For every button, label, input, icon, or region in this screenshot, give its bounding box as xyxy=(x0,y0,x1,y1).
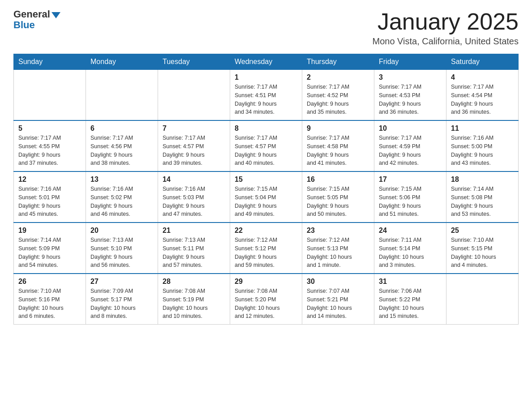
weekday-header: Wednesday xyxy=(230,54,302,70)
day-info: Sunrise: 7:11 AM Sunset: 5:14 PM Dayligh… xyxy=(379,236,442,270)
calendar-cell: 24Sunrise: 7:11 AM Sunset: 5:14 PM Dayli… xyxy=(374,223,446,274)
weekday-header: Monday xyxy=(86,54,158,70)
day-info: Sunrise: 7:09 AM Sunset: 5:17 PM Dayligh… xyxy=(90,287,153,321)
day-number: 19 xyxy=(18,227,81,235)
day-info: Sunrise: 7:17 AM Sunset: 4:58 PM Dayligh… xyxy=(307,134,369,167)
day-number: 15 xyxy=(235,176,297,184)
day-info: Sunrise: 7:16 AM Sunset: 5:02 PM Dayligh… xyxy=(90,185,153,218)
calendar-week-row: 5Sunrise: 7:17 AM Sunset: 4:55 PM Daylig… xyxy=(14,120,519,171)
calendar-header-row: SundayMondayTuesdayWednesdayThursdayFrid… xyxy=(14,54,519,70)
page-header: General Blue January 2025 Mono Vista, Ca… xyxy=(13,9,519,47)
day-number: 9 xyxy=(307,124,369,133)
day-info: Sunrise: 7:12 AM Sunset: 5:13 PM Dayligh… xyxy=(307,236,369,270)
day-number: 21 xyxy=(163,227,225,235)
calendar-subtitle: Mono Vista, California, United States xyxy=(373,36,519,47)
day-number: 7 xyxy=(163,124,225,133)
calendar-cell: 28Sunrise: 7:08 AM Sunset: 5:19 PM Dayli… xyxy=(158,274,230,325)
calendar-cell: 22Sunrise: 7:12 AM Sunset: 5:12 PM Dayli… xyxy=(230,223,302,274)
calendar-cell: 7Sunrise: 7:17 AM Sunset: 4:57 PM Daylig… xyxy=(158,120,230,171)
logo-text-blue: Blue xyxy=(13,19,35,30)
day-info: Sunrise: 7:13 AM Sunset: 5:10 PM Dayligh… xyxy=(90,236,153,270)
day-number: 27 xyxy=(90,278,153,286)
weekday-header: Thursday xyxy=(302,54,374,70)
day-info: Sunrise: 7:10 AM Sunset: 5:15 PM Dayligh… xyxy=(451,236,514,270)
day-info: Sunrise: 7:17 AM Sunset: 4:57 PM Dayligh… xyxy=(235,134,297,167)
calendar-cell: 19Sunrise: 7:14 AM Sunset: 5:09 PM Dayli… xyxy=(14,223,86,274)
day-info: Sunrise: 7:16 AM Sunset: 5:03 PM Dayligh… xyxy=(163,185,225,218)
day-number: 29 xyxy=(235,278,297,286)
calendar-title-block: January 2025 Mono Vista, California, Uni… xyxy=(373,9,519,47)
calendar-cell: 25Sunrise: 7:10 AM Sunset: 5:15 PM Dayli… xyxy=(446,223,519,274)
day-number: 23 xyxy=(307,227,369,235)
calendar-cell: 30Sunrise: 7:07 AM Sunset: 5:21 PM Dayli… xyxy=(302,274,374,325)
day-number: 20 xyxy=(90,227,153,235)
day-info: Sunrise: 7:17 AM Sunset: 4:51 PM Dayligh… xyxy=(235,83,297,116)
day-number: 4 xyxy=(451,73,514,81)
calendar-cell: 12Sunrise: 7:16 AM Sunset: 5:01 PM Dayli… xyxy=(14,171,86,223)
day-number: 2 xyxy=(307,73,369,81)
logo-text-general: General xyxy=(13,9,50,20)
calendar-cell xyxy=(14,70,86,121)
day-number: 18 xyxy=(451,176,514,184)
day-number: 30 xyxy=(307,278,369,286)
calendar-cell: 11Sunrise: 7:16 AM Sunset: 5:00 PM Dayli… xyxy=(446,120,519,171)
day-number: 25 xyxy=(451,227,514,235)
day-info: Sunrise: 7:17 AM Sunset: 4:52 PM Dayligh… xyxy=(307,83,369,116)
day-info: Sunrise: 7:17 AM Sunset: 4:59 PM Dayligh… xyxy=(379,134,442,167)
calendar-cell: 14Sunrise: 7:16 AM Sunset: 5:03 PM Dayli… xyxy=(158,171,230,223)
day-number: 14 xyxy=(163,176,225,184)
day-number: 24 xyxy=(379,227,442,235)
calendar-week-row: 1Sunrise: 7:17 AM Sunset: 4:51 PM Daylig… xyxy=(14,70,519,121)
calendar-cell: 13Sunrise: 7:16 AM Sunset: 5:02 PM Dayli… xyxy=(86,171,158,223)
calendar-cell: 20Sunrise: 7:13 AM Sunset: 5:10 PM Dayli… xyxy=(86,223,158,274)
day-number: 13 xyxy=(90,176,153,184)
day-info: Sunrise: 7:10 AM Sunset: 5:16 PM Dayligh… xyxy=(18,287,81,321)
day-info: Sunrise: 7:17 AM Sunset: 4:56 PM Dayligh… xyxy=(90,134,153,167)
logo: General Blue xyxy=(13,9,60,30)
calendar-cell: 6Sunrise: 7:17 AM Sunset: 4:56 PM Daylig… xyxy=(86,120,158,171)
weekday-header: Saturday xyxy=(446,54,519,70)
day-number: 17 xyxy=(379,176,442,184)
day-number: 16 xyxy=(307,176,369,184)
day-number: 22 xyxy=(235,227,297,235)
day-number: 5 xyxy=(18,124,81,133)
calendar-title: January 2025 xyxy=(373,9,519,34)
calendar-cell: 3Sunrise: 7:17 AM Sunset: 4:53 PM Daylig… xyxy=(374,70,446,121)
calendar-cell: 26Sunrise: 7:10 AM Sunset: 5:16 PM Dayli… xyxy=(14,274,86,325)
day-info: Sunrise: 7:14 AM Sunset: 5:08 PM Dayligh… xyxy=(451,185,514,218)
day-info: Sunrise: 7:15 AM Sunset: 5:04 PM Dayligh… xyxy=(235,185,297,218)
calendar-cell xyxy=(158,70,230,121)
calendar-cell: 15Sunrise: 7:15 AM Sunset: 5:04 PM Dayli… xyxy=(230,171,302,223)
calendar-cell: 8Sunrise: 7:17 AM Sunset: 4:57 PM Daylig… xyxy=(230,120,302,171)
calendar-cell: 4Sunrise: 7:17 AM Sunset: 4:54 PM Daylig… xyxy=(446,70,519,121)
calendar-cell: 23Sunrise: 7:12 AM Sunset: 5:13 PM Dayli… xyxy=(302,223,374,274)
day-info: Sunrise: 7:17 AM Sunset: 4:53 PM Dayligh… xyxy=(379,83,442,116)
calendar-cell: 9Sunrise: 7:17 AM Sunset: 4:58 PM Daylig… xyxy=(302,120,374,171)
day-info: Sunrise: 7:08 AM Sunset: 5:19 PM Dayligh… xyxy=(163,287,225,321)
weekday-header: Tuesday xyxy=(158,54,230,70)
calendar-cell: 5Sunrise: 7:17 AM Sunset: 4:55 PM Daylig… xyxy=(14,120,86,171)
calendar-week-row: 19Sunrise: 7:14 AM Sunset: 5:09 PM Dayli… xyxy=(14,223,519,274)
day-info: Sunrise: 7:17 AM Sunset: 4:57 PM Dayligh… xyxy=(163,134,225,167)
day-number: 26 xyxy=(18,278,81,286)
day-number: 6 xyxy=(90,124,153,133)
day-number: 1 xyxy=(235,73,297,81)
calendar-cell: 16Sunrise: 7:15 AM Sunset: 5:05 PM Dayli… xyxy=(302,171,374,223)
day-info: Sunrise: 7:17 AM Sunset: 4:54 PM Dayligh… xyxy=(451,83,514,116)
day-number: 31 xyxy=(379,278,442,286)
weekday-header: Sunday xyxy=(14,54,86,70)
day-number: 10 xyxy=(379,124,442,133)
calendar-week-row: 26Sunrise: 7:10 AM Sunset: 5:16 PM Dayli… xyxy=(14,274,519,325)
day-info: Sunrise: 7:12 AM Sunset: 5:12 PM Dayligh… xyxy=(235,236,297,270)
day-number: 8 xyxy=(235,124,297,133)
calendar-cell xyxy=(446,274,519,325)
day-info: Sunrise: 7:16 AM Sunset: 5:01 PM Dayligh… xyxy=(18,185,81,218)
day-number: 11 xyxy=(451,124,514,133)
day-info: Sunrise: 7:08 AM Sunset: 5:20 PM Dayligh… xyxy=(235,287,297,321)
calendar-cell: 18Sunrise: 7:14 AM Sunset: 5:08 PM Dayli… xyxy=(446,171,519,223)
day-info: Sunrise: 7:07 AM Sunset: 5:21 PM Dayligh… xyxy=(307,287,369,321)
calendar-cell: 27Sunrise: 7:09 AM Sunset: 5:17 PM Dayli… xyxy=(86,274,158,325)
calendar-cell xyxy=(86,70,158,121)
calendar-cell: 1Sunrise: 7:17 AM Sunset: 4:51 PM Daylig… xyxy=(230,70,302,121)
day-info: Sunrise: 7:06 AM Sunset: 5:22 PM Dayligh… xyxy=(379,287,442,321)
